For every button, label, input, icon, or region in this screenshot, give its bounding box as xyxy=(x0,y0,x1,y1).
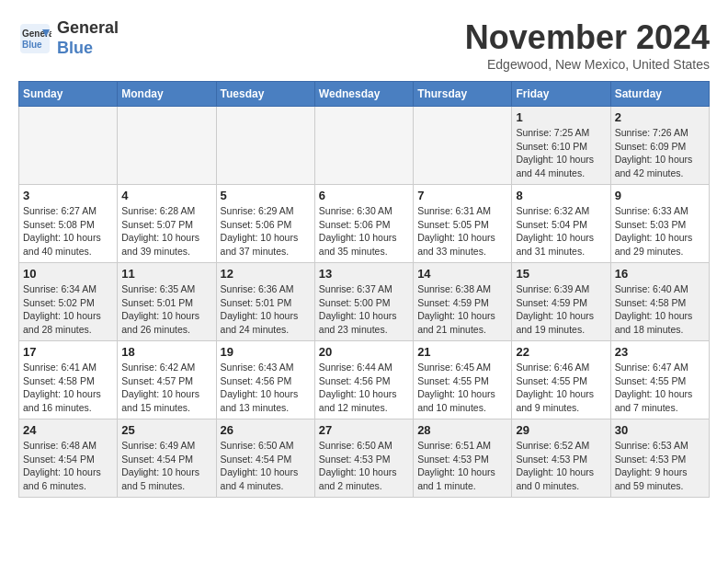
day-info: Sunrise: 6:45 AM Sunset: 4:55 PM Dayligh… xyxy=(417,361,507,415)
day-number: 19 xyxy=(221,345,311,359)
calendar-cell: 22Sunrise: 6:46 AM Sunset: 4:55 PM Dayli… xyxy=(512,341,610,419)
day-info: Sunrise: 6:53 AM Sunset: 4:53 PM Dayligh… xyxy=(615,439,705,493)
day-info: Sunrise: 6:30 AM Sunset: 5:06 PM Dayligh… xyxy=(319,204,409,259)
day-number: 21 xyxy=(417,345,507,359)
day-number: 30 xyxy=(615,423,705,437)
day-number: 9 xyxy=(615,189,705,202)
day-number: 26 xyxy=(221,423,311,437)
calendar-cell: 2Sunrise: 7:26 AM Sunset: 6:09 PM Daylig… xyxy=(610,107,709,185)
day-number: 5 xyxy=(221,189,311,202)
day-number: 6 xyxy=(319,189,409,202)
calendar-week-3: 17Sunrise: 6:41 AM Sunset: 4:58 PM Dayli… xyxy=(19,341,710,419)
logo-icon: General Blue xyxy=(18,22,51,55)
month-title: November 2024 xyxy=(465,18,710,57)
day-number: 23 xyxy=(615,345,705,359)
day-info: Sunrise: 6:39 AM Sunset: 4:59 PM Dayligh… xyxy=(516,282,606,337)
calendar-week-1: 3Sunrise: 6:27 AM Sunset: 5:08 PM Daylig… xyxy=(19,185,710,263)
calendar-cell: 18Sunrise: 6:42 AM Sunset: 4:57 PM Dayli… xyxy=(118,341,216,419)
calendar-cell: 15Sunrise: 6:39 AM Sunset: 4:59 PM Dayli… xyxy=(512,263,610,341)
calendar-header-monday: Monday xyxy=(118,82,216,107)
day-number: 10 xyxy=(23,267,113,281)
day-info: Sunrise: 6:47 AM Sunset: 4:55 PM Dayligh… xyxy=(615,361,705,415)
day-info: Sunrise: 6:40 AM Sunset: 4:58 PM Dayligh… xyxy=(615,282,705,337)
day-info: Sunrise: 6:31 AM Sunset: 5:05 PM Dayligh… xyxy=(417,204,507,259)
day-info: Sunrise: 6:49 AM Sunset: 4:54 PM Dayligh… xyxy=(121,439,211,493)
calendar-cell: 16Sunrise: 6:40 AM Sunset: 4:58 PM Dayli… xyxy=(610,263,709,341)
day-number: 4 xyxy=(121,189,211,202)
day-number: 28 xyxy=(417,423,507,437)
calendar-cell: 13Sunrise: 6:37 AM Sunset: 5:00 PM Dayli… xyxy=(314,263,413,341)
calendar-cell: 3Sunrise: 6:27 AM Sunset: 5:08 PM Daylig… xyxy=(19,185,118,263)
calendar-header-sunday: Sunday xyxy=(19,82,118,107)
svg-text:Blue: Blue xyxy=(22,40,42,50)
logo: General Blue General Blue xyxy=(18,18,119,58)
calendar-header-thursday: Thursday xyxy=(414,82,512,107)
day-info: Sunrise: 7:25 AM Sunset: 6:10 PM Dayligh… xyxy=(516,126,606,180)
header: General Blue General Blue November 2024 … xyxy=(18,18,710,72)
calendar-cell: 14Sunrise: 6:38 AM Sunset: 4:59 PM Dayli… xyxy=(414,263,512,341)
day-info: Sunrise: 6:36 AM Sunset: 5:01 PM Dayligh… xyxy=(221,282,311,337)
calendar-cell xyxy=(314,107,413,185)
day-info: Sunrise: 6:48 AM Sunset: 4:54 PM Dayligh… xyxy=(23,439,113,493)
calendar-cell: 12Sunrise: 6:36 AM Sunset: 5:01 PM Dayli… xyxy=(216,263,314,341)
day-number: 1 xyxy=(516,110,606,124)
calendar-week-4: 24Sunrise: 6:48 AM Sunset: 4:54 PM Dayli… xyxy=(19,419,710,498)
calendar-cell xyxy=(216,107,314,185)
day-info: Sunrise: 6:32 AM Sunset: 5:04 PM Dayligh… xyxy=(516,204,606,259)
day-info: Sunrise: 6:27 AM Sunset: 5:08 PM Dayligh… xyxy=(23,204,113,259)
logo-line1: General xyxy=(57,18,119,39)
calendar-cell: 23Sunrise: 6:47 AM Sunset: 4:55 PM Dayli… xyxy=(610,341,709,419)
calendar-cell: 10Sunrise: 6:34 AM Sunset: 5:02 PM Dayli… xyxy=(19,263,118,341)
calendar-cell: 20Sunrise: 6:44 AM Sunset: 4:56 PM Dayli… xyxy=(314,341,413,419)
day-number: 27 xyxy=(319,423,409,437)
day-number: 22 xyxy=(516,345,606,359)
day-number: 13 xyxy=(319,267,409,281)
calendar-cell: 25Sunrise: 6:49 AM Sunset: 4:54 PM Dayli… xyxy=(118,419,216,498)
calendar-cell: 4Sunrise: 6:28 AM Sunset: 5:07 PM Daylig… xyxy=(118,185,216,263)
day-number: 7 xyxy=(417,189,507,202)
day-info: Sunrise: 6:35 AM Sunset: 5:01 PM Dayligh… xyxy=(121,282,211,337)
calendar-cell: 7Sunrise: 6:31 AM Sunset: 5:05 PM Daylig… xyxy=(414,185,512,263)
calendar-cell: 29Sunrise: 6:52 AM Sunset: 4:53 PM Dayli… xyxy=(512,419,610,498)
day-info: Sunrise: 6:42 AM Sunset: 4:57 PM Dayligh… xyxy=(121,361,211,415)
day-number: 17 xyxy=(23,345,113,359)
calendar-cell: 9Sunrise: 6:33 AM Sunset: 5:03 PM Daylig… xyxy=(610,185,709,263)
day-number: 15 xyxy=(516,267,606,281)
calendar-cell: 30Sunrise: 6:53 AM Sunset: 4:53 PM Dayli… xyxy=(610,419,709,498)
day-number: 12 xyxy=(221,267,311,281)
calendar-week-0: 1Sunrise: 7:25 AM Sunset: 6:10 PM Daylig… xyxy=(19,107,710,185)
day-number: 18 xyxy=(121,345,211,359)
day-number: 2 xyxy=(615,110,705,124)
calendar-header-wednesday: Wednesday xyxy=(314,82,413,107)
day-info: Sunrise: 6:43 AM Sunset: 4:56 PM Dayligh… xyxy=(221,361,311,415)
calendar-cell: 19Sunrise: 6:43 AM Sunset: 4:56 PM Dayli… xyxy=(216,341,314,419)
calendar-cell: 17Sunrise: 6:41 AM Sunset: 4:58 PM Dayli… xyxy=(19,341,118,419)
calendar-cell: 28Sunrise: 6:51 AM Sunset: 4:53 PM Dayli… xyxy=(414,419,512,498)
day-number: 8 xyxy=(516,189,606,202)
day-number: 25 xyxy=(121,423,211,437)
day-info: Sunrise: 6:46 AM Sunset: 4:55 PM Dayligh… xyxy=(516,361,606,415)
day-number: 16 xyxy=(615,267,705,281)
calendar-header-tuesday: Tuesday xyxy=(216,82,314,107)
logo-line2: Blue xyxy=(57,39,119,59)
day-info: Sunrise: 6:29 AM Sunset: 5:06 PM Dayligh… xyxy=(221,204,311,259)
day-number: 11 xyxy=(121,267,211,281)
calendar-cell: 5Sunrise: 6:29 AM Sunset: 5:06 PM Daylig… xyxy=(216,185,314,263)
day-info: Sunrise: 6:51 AM Sunset: 4:53 PM Dayligh… xyxy=(417,439,507,493)
calendar-cell: 6Sunrise: 6:30 AM Sunset: 5:06 PM Daylig… xyxy=(314,185,413,263)
calendar-cell: 21Sunrise: 6:45 AM Sunset: 4:55 PM Dayli… xyxy=(414,341,512,419)
calendar-week-2: 10Sunrise: 6:34 AM Sunset: 5:02 PM Dayli… xyxy=(19,263,710,341)
calendar-cell xyxy=(19,107,118,185)
calendar: SundayMondayTuesdayWednesdayThursdayFrid… xyxy=(18,81,710,498)
day-info: Sunrise: 6:33 AM Sunset: 5:03 PM Dayligh… xyxy=(615,204,705,259)
logo-text: General Blue xyxy=(57,18,119,58)
calendar-cell: 1Sunrise: 7:25 AM Sunset: 6:10 PM Daylig… xyxy=(512,107,610,185)
day-info: Sunrise: 6:50 AM Sunset: 4:53 PM Dayligh… xyxy=(319,439,409,493)
day-info: Sunrise: 6:41 AM Sunset: 4:58 PM Dayligh… xyxy=(23,361,113,415)
calendar-header-friday: Friday xyxy=(512,82,610,107)
location-title: Edgewood, New Mexico, United States xyxy=(465,57,710,72)
day-info: Sunrise: 6:52 AM Sunset: 4:53 PM Dayligh… xyxy=(516,439,606,493)
calendar-header-row: SundayMondayTuesdayWednesdayThursdayFrid… xyxy=(19,82,710,107)
day-info: Sunrise: 6:37 AM Sunset: 5:00 PM Dayligh… xyxy=(319,282,409,337)
day-info: Sunrise: 6:44 AM Sunset: 4:56 PM Dayligh… xyxy=(319,361,409,415)
